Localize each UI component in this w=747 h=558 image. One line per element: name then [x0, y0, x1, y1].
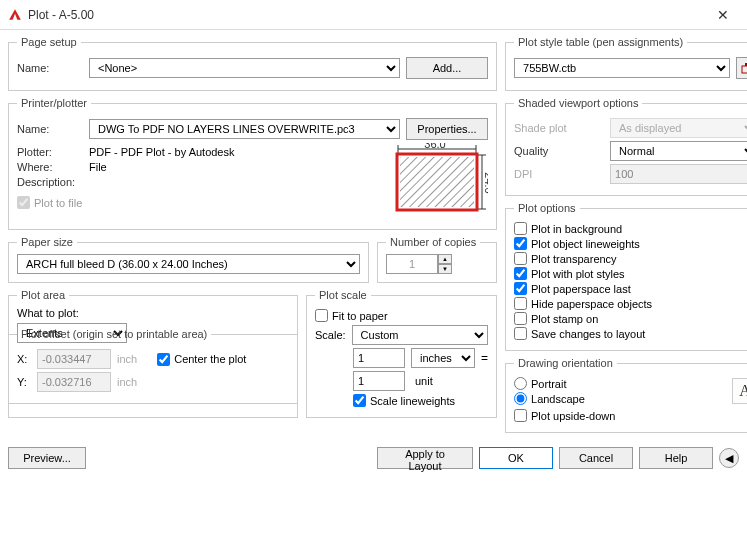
dpi-input — [610, 164, 747, 184]
edit-icon — [741, 62, 747, 74]
scale-numerator-input[interactable] — [353, 348, 405, 368]
preview-button[interactable]: Preview... — [8, 447, 86, 469]
scale-lineweights-label: Scale lineweights — [370, 395, 455, 407]
scale-select[interactable]: Custom — [352, 325, 488, 345]
plot-stamp-label: Plot stamp on — [531, 313, 598, 325]
properties-button[interactable]: Properties... — [406, 118, 488, 140]
printer-legend: Printer/plotter — [17, 97, 91, 109]
where-label: Where: — [17, 161, 83, 173]
fit-to-paper-check[interactable] — [315, 309, 328, 322]
plot-styles-check[interactable] — [514, 267, 527, 280]
scale-label: Scale: — [315, 329, 346, 341]
plot-options-legend: Plot options — [514, 202, 579, 214]
plot-bg-check[interactable] — [514, 222, 527, 235]
desc-label: Description: — [17, 176, 83, 188]
plot-styles-label: Plot with plot styles — [531, 268, 625, 280]
chevron-left-icon: ◀ — [725, 452, 733, 465]
plot-options-group: Plot options Plot in background Plot obj… — [505, 202, 747, 351]
plot-to-file-check — [17, 196, 30, 209]
shaded-viewport-group: Shaded viewport options Shade plotAs dis… — [505, 97, 747, 196]
upside-down-label: Plot upside-down — [531, 410, 615, 422]
style-table-select[interactable]: 755BW.ctb — [514, 58, 730, 78]
plot-save-label: Save changes to layout — [531, 328, 645, 340]
scale-lineweights-check[interactable] — [353, 394, 366, 407]
dpi-label: DPI — [514, 168, 604, 180]
page-setup-legend: Page setup — [17, 36, 81, 48]
shaded-legend: Shaded viewport options — [514, 97, 642, 109]
offset-y-label: Y: — [17, 376, 31, 388]
copies-up: ▲ — [438, 254, 452, 264]
svg-text:36.0": 36.0" — [424, 143, 449, 150]
quality-select[interactable]: Normal — [610, 141, 747, 161]
copies-legend: Number of copies — [386, 236, 480, 248]
style-table-group: Plot style table (pen assignments) 755BW… — [505, 36, 747, 91]
cancel-button[interactable]: Cancel — [559, 447, 633, 469]
offset-x-label: X: — [17, 353, 31, 365]
printer-name-select[interactable]: DWG To PDF NO LAYERS LINES OVERWRITE.pc3 — [89, 119, 400, 139]
style-table-legend: Plot style table (pen assignments) — [514, 36, 687, 48]
plot-hide-label: Hide paperspace objects — [531, 298, 652, 310]
paper-size-select[interactable]: ARCH full bleed D (36.00 x 24.00 Inches) — [17, 254, 360, 274]
plot-offset-legend: Plot offset (origin set to printable are… — [17, 328, 211, 340]
copies-input: 1 — [386, 254, 438, 274]
plot-scale-group: Plot scale Fit to paper Scale: Custom in… — [306, 289, 497, 418]
plot-stamp-check[interactable] — [514, 312, 527, 325]
offset-y-input — [37, 372, 111, 392]
titlebar: Plot - A-5.00 ✕ — [0, 0, 747, 30]
window-title: Plot - A-5.00 — [28, 8, 703, 22]
page-setup-name-select[interactable]: <None> — [89, 58, 400, 78]
plot-to-file-label: Plot to file — [34, 197, 82, 209]
scale-unit2-label: unit — [411, 375, 475, 387]
scale-unit-select[interactable]: inches — [411, 348, 475, 368]
plot-trans-label: Plot transparency — [531, 253, 617, 265]
paper-size-legend: Paper size — [17, 236, 77, 248]
style-table-edit-button[interactable] — [736, 57, 747, 79]
orientation-icon: A — [732, 378, 747, 404]
center-plot-label: Center the plot — [174, 353, 246, 365]
page-setup-name-label: Name: — [17, 62, 83, 74]
plot-paperspace-check[interactable] — [514, 282, 527, 295]
svg-rect-10 — [400, 157, 474, 207]
plot-hide-check[interactable] — [514, 297, 527, 310]
quality-label: Quality — [514, 145, 604, 157]
plot-save-check[interactable] — [514, 327, 527, 340]
close-button[interactable]: ✕ — [703, 7, 743, 23]
plot-trans-check[interactable] — [514, 252, 527, 265]
plotter-label: Plotter: — [17, 146, 83, 158]
plot-scale-legend: Plot scale — [315, 289, 371, 301]
apply-layout-button[interactable]: Apply to Layout — [377, 447, 473, 469]
plot-lw-label: Plot object lineweights — [531, 238, 640, 250]
help-button[interactable]: Help — [639, 447, 713, 469]
landscape-label: Landscape — [531, 393, 585, 405]
offset-x-input — [37, 349, 111, 369]
shade-plot-select: As displayed — [610, 118, 747, 138]
plot-paperspace-label: Plot paperspace last — [531, 283, 631, 295]
ok-button[interactable]: OK — [479, 447, 553, 469]
fit-to-paper-label: Fit to paper — [332, 310, 388, 322]
what-to-plot-label: What to plot: — [17, 307, 289, 319]
printer-group: Printer/plotter Name: DWG To PDF NO LAYE… — [8, 97, 497, 230]
shade-plot-label: Shade plot — [514, 122, 604, 134]
offset-x-unit: inch — [117, 353, 137, 365]
dialog-footer: Preview... Apply to Layout OK Cancel Hel… — [0, 443, 747, 477]
paper-preview: 36.0" 24.0" — [388, 143, 488, 221]
plot-lw-check[interactable] — [514, 237, 527, 250]
app-logo-icon — [8, 8, 22, 22]
orientation-legend: Drawing orientation — [514, 357, 617, 369]
portrait-radio[interactable] — [514, 377, 527, 390]
paper-size-group: Paper size ARCH full bleed D (36.00 x 24… — [8, 236, 369, 283]
upside-down-check[interactable] — [514, 409, 527, 422]
printer-name-label: Name: — [17, 123, 83, 135]
plot-area-legend: Plot area — [17, 289, 69, 301]
equals-icon: = — [481, 351, 488, 365]
plotter-value: PDF - PDF Plot - by Autodesk — [89, 146, 235, 158]
where-value: File — [89, 161, 107, 173]
add-button[interactable]: Add... — [406, 57, 488, 79]
orientation-group: Drawing orientation Portrait Landscape A… — [505, 357, 747, 433]
offset-y-unit: inch — [117, 376, 137, 388]
center-plot-check[interactable] — [157, 353, 170, 366]
scale-denominator-input[interactable] — [353, 371, 405, 391]
landscape-radio[interactable] — [514, 392, 527, 405]
plot-bg-label: Plot in background — [531, 223, 622, 235]
expand-button[interactable]: ◀ — [719, 448, 739, 468]
